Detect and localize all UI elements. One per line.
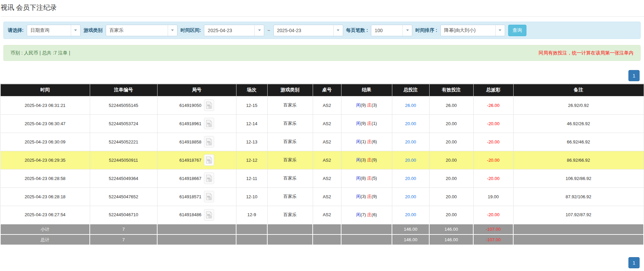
page-button[interactable]: 1 — [628, 70, 640, 81]
table-row: 2025-04-23 06:27:54522445046710614918486… — [0, 206, 644, 224]
page-button[interactable]: 1 — [628, 257, 640, 268]
valid-bet-cell: 20.00 — [429, 169, 473, 187]
result-banker-score: (9) — [372, 194, 377, 199]
valid-bet-cell: 20.00 — [429, 187, 473, 206]
page-size-value: 100 — [371, 28, 402, 33]
result-player-score: (1) — [360, 139, 366, 144]
page-size-select[interactable]: 100 — [371, 25, 412, 36]
total-bet-link[interactable]: 20.00 — [392, 114, 429, 133]
currency-summary-text: 币别 : 人民币 | 总共 :7 注单 | — [11, 50, 70, 56]
total-bet-link[interactable]: 20.00 — [392, 133, 429, 151]
result-banker: 庄 — [367, 212, 372, 217]
chevron-down-icon[interactable] — [71, 25, 80, 36]
date-to-select[interactable]: 2025-04-23 — [273, 25, 343, 36]
total-result-cell — [341, 234, 392, 245]
video-replay-button[interactable] — [204, 191, 214, 202]
column-header-game-type: 游戏类别 — [267, 84, 313, 96]
video-replay-button[interactable] — [204, 209, 214, 221]
round-no-value: 614918571 — [179, 194, 201, 199]
result-cell: 闲(3) 庄(9) — [341, 187, 392, 206]
bet-no-cell: 522445053724 — [90, 114, 157, 133]
bet-no-cell: 522445055145 — [90, 96, 157, 114]
bet-no-cell: 522445047652 — [90, 187, 157, 206]
payout-cell: -20.00 — [473, 206, 513, 224]
game-type-select[interactable]: 百家乐 — [106, 25, 178, 36]
video-replay-button[interactable] — [204, 154, 214, 166]
round-no-cell: 614918961 — [157, 114, 236, 133]
session-cell: 12-15 — [236, 96, 267, 114]
chevron-down-icon[interactable] — [254, 25, 264, 36]
game-type-label: 游戏类别 — [84, 27, 103, 33]
payout-cell: 19.00 — [473, 187, 513, 206]
page-header: 视讯 会员下注纪录 — [0, 0, 644, 17]
chevron-down-icon[interactable] — [168, 25, 177, 36]
search-button[interactable]: 查询 — [508, 25, 526, 36]
result-player: 闲 — [356, 157, 360, 162]
valid-bet-cell: 20.00 — [429, 133, 473, 151]
video-replay-icon — [206, 193, 212, 200]
table-row: 2025-04-23 06:30:09522445052221614918858… — [0, 133, 644, 151]
total-bet-link[interactable]: 26.00 — [392, 96, 429, 114]
game-type-cell: 百家乐 — [267, 206, 313, 224]
video-replay-button[interactable] — [204, 99, 214, 111]
subtotal-session-cell — [236, 224, 267, 234]
chevron-down-icon[interactable] — [495, 25, 505, 36]
game-type-cell: 百家乐 — [267, 169, 313, 187]
video-replay-button[interactable] — [204, 118, 214, 129]
total-session-cell — [236, 234, 267, 245]
table-row: 2025-04-23 06:28:58522445049364614918667… — [0, 169, 644, 187]
query-type-select[interactable]: 日期查询 — [27, 25, 81, 36]
total-remark-cell — [513, 234, 644, 245]
total-bet-link[interactable]: 20.00 — [392, 151, 429, 169]
session-cell: 12-9 — [236, 206, 267, 224]
result-player-score: (3) — [360, 194, 366, 199]
payout-cell: -26.00 — [473, 96, 513, 114]
result-cell: 闲(8) 庄(5) — [341, 169, 392, 187]
table-row: 2025-04-23 06:29:35522445050911614918767… — [0, 151, 644, 169]
time-sort-select[interactable]: 降幂(由大到小) — [440, 25, 505, 36]
table-no-cell: AS2 — [313, 133, 341, 151]
result-cell: 闲(1) 庄(6) — [341, 133, 392, 151]
subtotal-payout-cell: -107.00 — [473, 224, 513, 234]
result-player: 闲 — [356, 121, 360, 126]
chevron-down-icon[interactable] — [402, 25, 412, 36]
total-total-bet-cell: 146.00 — [392, 234, 429, 245]
chevron-down-icon[interactable] — [333, 25, 343, 36]
video-replay-button[interactable] — [204, 173, 214, 184]
result-banker-score: (3) — [372, 103, 377, 108]
date-to-value: 2025-04-23 — [274, 28, 333, 33]
result-player-score: (9) — [360, 103, 366, 108]
remark-cell: 46.92/26.92 — [513, 114, 644, 133]
page-size-label: 每页笔数 : — [346, 27, 368, 33]
result-player-score: (8) — [360, 176, 366, 181]
remark-cell: 87.92/106.92 — [513, 187, 644, 206]
bet-no-cell: 522445050911 — [90, 151, 157, 169]
subtotal-total-bet-cell: 146.00 — [392, 224, 429, 234]
result-cell: 闲(9) 庄(3) — [341, 96, 392, 114]
result-player: 闲 — [356, 103, 360, 108]
table-row: 2025-04-23 06:30:47522445053724614918961… — [0, 114, 644, 133]
table-row: 2025-04-23 06:28:18522445047652614918571… — [0, 187, 644, 206]
column-header-bet-no: 注单编号 — [90, 84, 157, 96]
result-cell: 闲(9) 庄(1) — [341, 114, 392, 133]
total-time-cell: 总计 — [0, 234, 90, 245]
time-cell: 2025-04-23 06:28:58 — [0, 169, 90, 187]
remark-cell: 26.92/0.92 — [513, 96, 644, 114]
result-banker: 庄 — [367, 139, 372, 144]
remark-cell: 86.92/66.92 — [513, 151, 644, 169]
round-no-value: 614918486 — [179, 212, 201, 217]
bet-no-cell: 522445046710 — [90, 206, 157, 224]
total-bet-link[interactable]: 20.00 — [392, 169, 429, 187]
round-no-value: 614919050 — [179, 103, 201, 108]
video-replay-button[interactable] — [204, 136, 214, 148]
summary-bar: 币别 : 人民币 | 总共 :7 注单 | 同局有效投注，统一计算在该局第一张注… — [3, 45, 641, 61]
total-bet-link[interactable]: 20.00 — [392, 187, 429, 206]
result-player: 闲 — [356, 212, 360, 217]
result-cell: 闲(3) 庄(9) — [341, 151, 392, 169]
table-no-cell: AS2 — [313, 206, 341, 224]
total-bet-link[interactable]: 20.00 — [392, 206, 429, 224]
time-sort-value: 降幂(由大到小) — [441, 27, 495, 33]
result-player-score: (3) — [360, 157, 366, 162]
date-from-value: 2025-04-23 — [204, 28, 254, 33]
date-from-select[interactable]: 2025-04-23 — [204, 25, 264, 36]
